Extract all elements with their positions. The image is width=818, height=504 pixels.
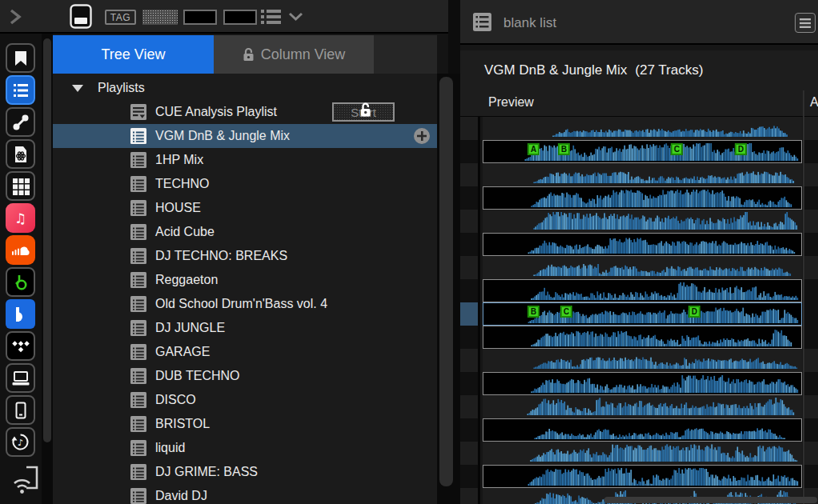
playlist-tree-item[interactable]: TECHNO	[53, 172, 437, 196]
sidebar-item-beatport[interactable]	[6, 267, 35, 297]
sidebar-item-tidal[interactable]	[6, 331, 35, 361]
sidebar-scrollbar[interactable]	[42, 34, 53, 504]
track-preview-cell[interactable]: ABCD	[483, 140, 802, 163]
playlist-tree-item[interactable]: David DJ	[53, 484, 437, 504]
tag-button[interactable]: TAG	[105, 10, 136, 25]
track-row-status-cell	[460, 186, 480, 210]
playlist-tree-item[interactable]: DJ JUNGLE	[53, 316, 437, 340]
column-header-preview[interactable]: Preview	[488, 95, 534, 110]
playlist-item-icon	[130, 200, 146, 216]
playlist-tree-item[interactable]: DUB TECHNO	[53, 364, 437, 388]
tree-scrollbar[interactable]	[437, 74, 460, 504]
sidebar-item-history[interactable]: ♪	[6, 427, 35, 457]
track-row[interactable]	[460, 163, 818, 186]
track-row[interactable]	[460, 233, 818, 256]
cue-marker-d: D	[735, 143, 747, 155]
sidebar-item-playlists[interactable]	[6, 75, 35, 105]
track-row-next-column-cell	[804, 395, 818, 418]
tab-tree-view-label: Tree View	[101, 46, 165, 63]
list-options-button[interactable]	[795, 13, 816, 33]
color-tag-swatch-3[interactable]	[223, 10, 257, 25]
track-preview-cell[interactable]	[483, 395, 802, 418]
layout-view-button[interactable]	[69, 3, 93, 30]
track-preview-cell[interactable]	[483, 233, 802, 256]
sidebar-item-grid[interactable]	[6, 171, 35, 201]
sidebar-item-beatsource[interactable]	[6, 299, 35, 329]
playlist-tree-item[interactable]: Acid Cube	[53, 220, 437, 244]
playlist-tree-item[interactable]: CUE Analysis PlaylistStart	[53, 100, 437, 124]
sidebar-item-wifi-sync[interactable]	[13, 464, 40, 496]
sidebar-item-bookmark[interactable]	[6, 43, 35, 73]
tree-root-playlists[interactable]: Playlists	[53, 76, 437, 100]
track-row[interactable]	[460, 326, 818, 349]
playlist-tree-item[interactable]: liquid	[53, 436, 437, 460]
track-preview-cell[interactable]	[483, 418, 802, 442]
track-preview-cell[interactable]	[483, 326, 802, 349]
track-row[interactable]	[460, 465, 818, 488]
track-preview-cell[interactable]	[483, 349, 802, 372]
playlist-tree-item[interactable]: DJ GRIME: BASS	[53, 460, 437, 484]
track-row[interactable]	[460, 279, 818, 302]
sidebar-item-itunes[interactable]: ♫	[6, 203, 35, 233]
track-row[interactable]	[460, 186, 818, 210]
track-row-next-column-cell	[804, 233, 818, 256]
horizontal-scrollbar-thumb[interactable]	[604, 497, 817, 503]
color-tag-swatch-1[interactable]	[142, 10, 178, 25]
track-row-status-cell	[460, 395, 480, 418]
playlist-tree-item[interactable]: BRISTOL	[53, 412, 437, 436]
track-row-selected[interactable]: BCD	[460, 302, 818, 326]
track-row[interactable]	[460, 442, 818, 465]
playlist-tree-item[interactable]: Old School Drum'n'Bass vol. 4	[53, 292, 437, 316]
track-row[interactable]	[460, 349, 818, 372]
sidebar-item-soundcloud[interactable]	[6, 235, 35, 265]
cue-analysis-start-button[interactable]: Start	[332, 102, 395, 122]
collapse-panel-icon[interactable]	[7, 8, 23, 26]
track-row[interactable]	[460, 117, 818, 140]
playlist-tree-item[interactable]: Reggaeton	[53, 268, 437, 292]
column-divider[interactable]	[803, 90, 804, 504]
tab-tree-view[interactable]: Tree View	[53, 35, 214, 74]
track-preview-cell[interactable]	[483, 279, 802, 302]
add-playlist-button[interactable]	[414, 128, 430, 144]
playlist-name: VGM DnB & Jungle Mix	[155, 129, 290, 143]
track-row[interactable]: ABCD	[460, 140, 818, 163]
track-preview-cell[interactable]	[483, 372, 802, 395]
playlist-name: BRISTOL	[155, 417, 210, 431]
track-preview-cell[interactable]	[483, 186, 802, 210]
track-preview-cell[interactable]	[483, 256, 802, 279]
playlist-name: HOUSE	[155, 201, 201, 215]
waveform-preview	[483, 442, 800, 463]
column-header-artist[interactable]: A	[810, 95, 818, 110]
sidebar-scrollbar-thumb[interactable]	[43, 38, 51, 442]
track-preview-cell[interactable]	[483, 465, 802, 488]
playlist-tree-item[interactable]: HOUSE	[53, 196, 437, 220]
track-row-status-cell	[460, 349, 480, 372]
playlist-tree-item[interactable]: DISCO	[53, 388, 437, 412]
track-row[interactable]	[460, 372, 818, 395]
playlist-tree-item[interactable]: GARAGE	[53, 340, 437, 364]
track-preview-cell[interactable]: BCD	[483, 302, 802, 326]
sidebar-item-smart-playlist[interactable]	[6, 139, 35, 169]
tab-column-view[interactable]: Column View	[214, 35, 374, 74]
track-row[interactable]	[460, 418, 818, 442]
track-preview-cell[interactable]	[483, 163, 802, 186]
track-row[interactable]	[460, 256, 818, 279]
playlist-item-icon	[130, 320, 146, 336]
sidebar-item-computer[interactable]	[6, 363, 35, 393]
playlist-tree-item[interactable]: 1HP Mix	[53, 148, 437, 172]
track-preview-cell[interactable]	[483, 210, 802, 233]
sidebar-item-mobile-device[interactable]	[6, 395, 35, 425]
caret-down-icon[interactable]	[72, 85, 83, 92]
playlist-tree-item[interactable]: VGM DnB & Jungle Mix	[53, 124, 437, 148]
playlist-tree-item[interactable]: DJ TECHNO: BREAKS	[53, 244, 437, 268]
chevron-down-icon[interactable]	[288, 12, 303, 22]
color-tag-swatch-2[interactable]	[183, 10, 217, 25]
track-preview-cell[interactable]	[483, 117, 802, 140]
sidebar-item-related-tracks[interactable]	[6, 107, 35, 137]
track-row[interactable]	[460, 395, 818, 418]
track-list-icon[interactable]	[260, 9, 283, 26]
waveform-preview	[483, 280, 801, 302]
track-preview-cell[interactable]	[483, 442, 802, 465]
track-row[interactable]	[460, 210, 818, 233]
tree-scrollbar-thumb[interactable]	[439, 77, 453, 486]
